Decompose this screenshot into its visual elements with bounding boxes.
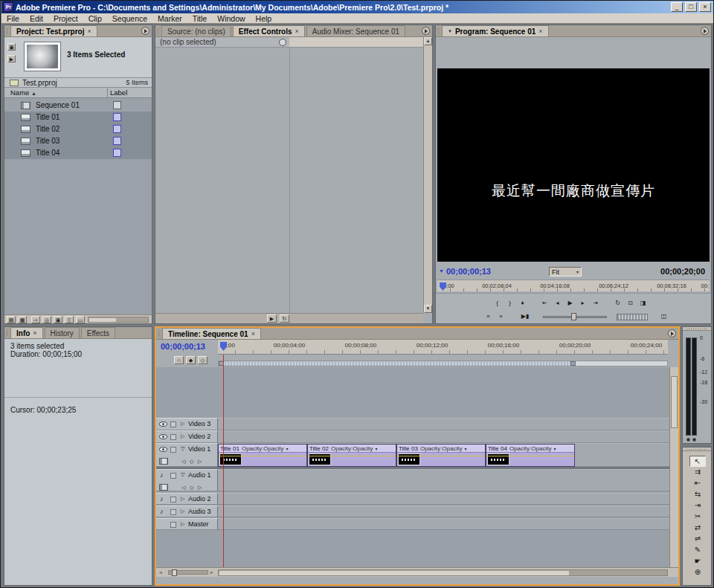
clip-header[interactable]: Title 02 Opacity:Opacity ▾	[308, 445, 396, 453]
scroll-down-icon[interactable]: ▼	[424, 305, 432, 313]
clip-fx-label[interactable]: Opacity:Opacity	[420, 445, 462, 452]
eye-icon[interactable]	[159, 421, 167, 427]
panel-menu-button[interactable]	[668, 329, 676, 337]
scrollbar-thumb[interactable]	[219, 571, 569, 575]
work-area-bar[interactable]	[218, 361, 668, 366]
opacity-rubber-band[interactable]	[486, 456, 574, 456]
add-keyframe-icon[interactable]: ◇	[190, 485, 193, 491]
speaker-icon[interactable]: ♪	[160, 508, 164, 515]
expand-arrow-icon[interactable]: ▽	[181, 446, 184, 452]
zoom-tool-button[interactable]: ⊕	[689, 567, 706, 578]
set-marker-button[interactable]: ♦	[516, 298, 529, 308]
effect-controls-scrollbar[interactable]: ▲ ▼	[423, 37, 432, 313]
minimize-button[interactable]: _	[671, 2, 683, 12]
track-lane-video-2[interactable]	[218, 430, 669, 443]
menu-clip[interactable]: Clip	[83, 14, 107, 23]
set-out-point-button[interactable]: }	[504, 298, 516, 308]
tab-effect-controls[interactable]: Effect Controls ×	[233, 25, 305, 36]
slip-tool-button[interactable]: ⇄	[689, 523, 706, 534]
clip-header[interactable]: Title 04 Opacity:Opacity ▾	[486, 445, 574, 453]
track-header-master[interactable]: ▷ Master	[156, 518, 218, 530]
label-chip[interactable]	[113, 137, 121, 145]
work-area-segment[interactable]	[219, 361, 576, 366]
prev-keyframe-icon[interactable]: ◁	[181, 485, 185, 491]
tab-project[interactable]: Project: Test.prproj ×	[10, 25, 97, 36]
play-preview-button[interactable]: ▶	[7, 55, 16, 62]
set-in-point-button[interactable]: {	[491, 298, 504, 308]
project-root-row[interactable]: Test.prproj 5 Items	[4, 78, 152, 88]
timeline-ruler[interactable]: 00;00 00;00;04;00 00;00;08;00 00;00;12;0…	[218, 340, 668, 355]
clear-button[interactable]: ▭	[76, 316, 85, 323]
tab-info[interactable]: Info ×	[10, 327, 43, 338]
clip-header[interactable]: Title 01 Opacity:Opacity ▾	[219, 445, 306, 453]
rolling-edit-tool-button[interactable]: ⇆	[689, 489, 706, 500]
track-select-tool-button[interactable]: ⇉	[689, 467, 706, 478]
menu-file[interactable]: File	[1, 14, 25, 23]
hand-tool-button[interactable]: ☛	[689, 556, 706, 567]
panel-grip[interactable]	[683, 327, 711, 331]
scrollbar-thumb[interactable]	[671, 376, 678, 428]
new-bin-button[interactable]: ▣	[54, 316, 62, 323]
column-name[interactable]: Name ▲	[10, 88, 36, 97]
prev-keyframe-icon[interactable]: ◁	[181, 459, 185, 465]
program-current-time[interactable]: 00;00;00;13	[446, 267, 491, 276]
sort-asc-icon[interactable]: ▲	[31, 91, 36, 96]
clip-fx-label[interactable]: Opacity:Opacity	[509, 445, 551, 452]
clip-title-04[interactable]: Title 04 Opacity:Opacity ▾	[486, 444, 575, 467]
expand-arrow-icon[interactable]: ▽	[181, 472, 184, 478]
eye-icon[interactable]	[159, 447, 167, 452]
project-row-sequence-01[interactable]: Sequence 01	[4, 100, 152, 112]
zoom-out-icon[interactable]: ◃	[159, 569, 162, 575]
track-header-video-2[interactable]: ▷ Video 2	[156, 430, 218, 443]
set-display-style-button[interactable]	[159, 484, 168, 491]
tab-source[interactable]: Source: (no clips)	[161, 25, 231, 36]
track-header-audio-3[interactable]: ♪ ▷ Audio 3	[156, 505, 218, 517]
play-in-to-out-button[interactable]: ▶▮	[517, 311, 533, 322]
column-separator[interactable]	[107, 88, 108, 98]
shuttle-handle[interactable]	[571, 313, 576, 320]
label-chip[interactable]	[113, 101, 121, 109]
list-view-button[interactable]: ▤	[7, 316, 16, 323]
slide-tool-button[interactable]: ⇌	[689, 534, 706, 545]
panel-grip[interactable]	[683, 448, 711, 451]
close-button[interactable]: ×	[699, 2, 711, 12]
automate-to-sequence-button[interactable]: ⇨	[31, 316, 40, 323]
lock-toggle[interactable]	[170, 509, 176, 515]
next-keyframe-icon[interactable]: ▷	[198, 485, 202, 491]
menu-window[interactable]: Window	[212, 14, 250, 23]
zoom-in-icon[interactable]: ▹	[210, 569, 213, 575]
timeline-vertical-scrollbar[interactable]	[669, 367, 678, 567]
track-lane-master[interactable]	[218, 518, 669, 530]
tab-effects[interactable]: Effects	[81, 327, 115, 338]
step-back-button[interactable]: ◂	[551, 298, 564, 308]
track-lane-audio-3[interactable]	[218, 505, 669, 517]
timeline-current-time[interactable]: 00;00;00;13	[161, 342, 205, 351]
zoom-level-dropdown[interactable]: Fit ▾	[549, 267, 582, 277]
effect-controls-divider[interactable]	[289, 48, 290, 313]
clip-fx-label[interactable]: Opacity:Opacity	[242, 445, 283, 452]
lock-toggle[interactable]	[170, 421, 176, 427]
work-area-end-handle[interactable]	[570, 361, 576, 366]
eye-icon[interactable]	[159, 434, 167, 439]
find-button[interactable]: ◎	[42, 316, 51, 323]
track-lane-video-3[interactable]	[218, 418, 669, 430]
label-chip[interactable]	[113, 149, 121, 157]
panel-menu-button[interactable]	[422, 27, 430, 35]
play-effect-button[interactable]: ▶	[267, 314, 277, 323]
next-keyframe-icon[interactable]: ▷	[198, 459, 202, 465]
project-row-title-02[interactable]: Title 02	[4, 123, 152, 135]
go-to-prev-marker-button[interactable]: «	[482, 311, 495, 322]
rate-stretch-tool-button[interactable]: ⇥	[689, 500, 706, 511]
clip-title-01[interactable]: Title 01 Opacity:Opacity ▾	[218, 444, 307, 467]
clip-title-02[interactable]: Title 02 Opacity:Opacity ▾	[307, 444, 396, 467]
scrollbar-thumb[interactable]	[89, 318, 116, 322]
zoom-handle[interactable]	[172, 569, 177, 576]
new-item-button[interactable]: ▯	[65, 316, 74, 323]
opacity-rubber-band[interactable]	[308, 456, 396, 456]
trim-button[interactable]: ◫	[657, 311, 670, 322]
track-lane-audio-1[interactable]	[218, 469, 669, 491]
pen-tool-button[interactable]: ✎	[689, 545, 706, 556]
track-header-audio-1[interactable]: ♪ ▽ Audio 1 ◁ ◇ ▷	[156, 469, 218, 491]
tab-history[interactable]: History	[45, 327, 80, 338]
go-to-in-button[interactable]: ⇤	[538, 298, 551, 308]
